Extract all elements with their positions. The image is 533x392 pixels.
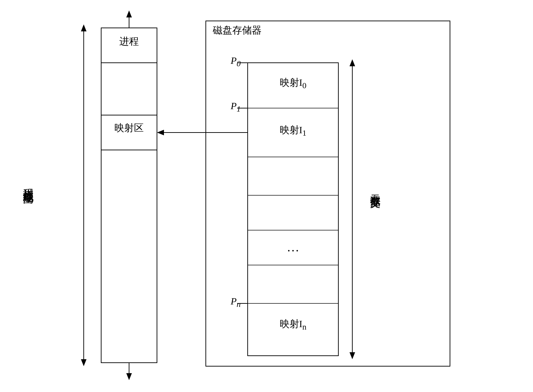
svg-marker-6 [126,373,132,380]
virtual-space-label: 进程虚拟地址空间 [21,105,35,262]
cloud-file-label: 点云数据文件 [368,112,382,265]
disk-storage-label: 磁盘存储器 [213,24,317,37]
p0-label: P0 [220,55,241,68]
svg-rect-0 [101,28,157,363]
svg-marker-21 [350,59,355,66]
svg-rect-12 [206,21,450,366]
p1-label: P1 [220,100,241,114]
map-in-label: 映射In [248,317,338,332]
dots-label: … [248,240,338,255]
mapping-region-label: 映射区 [101,121,157,135]
svg-rect-13 [248,63,338,356]
map-i0-label: 映射I0 [248,76,338,90]
svg-marker-8 [81,24,87,31]
svg-marker-9 [81,359,87,366]
map-i1-label: 映射I1 [248,123,338,138]
svg-marker-11 [157,130,164,135]
svg-marker-4 [126,10,132,17]
process-label: 进程 [101,35,157,48]
diagram: 进程 映射区 进程虚拟地址空间 磁盘存储器 P0 P1 Pn 映射I0 映射I1… [0,0,533,392]
pn-label: Pn [220,296,241,309]
svg-marker-22 [350,352,355,359]
diagram-svg [0,0,533,392]
